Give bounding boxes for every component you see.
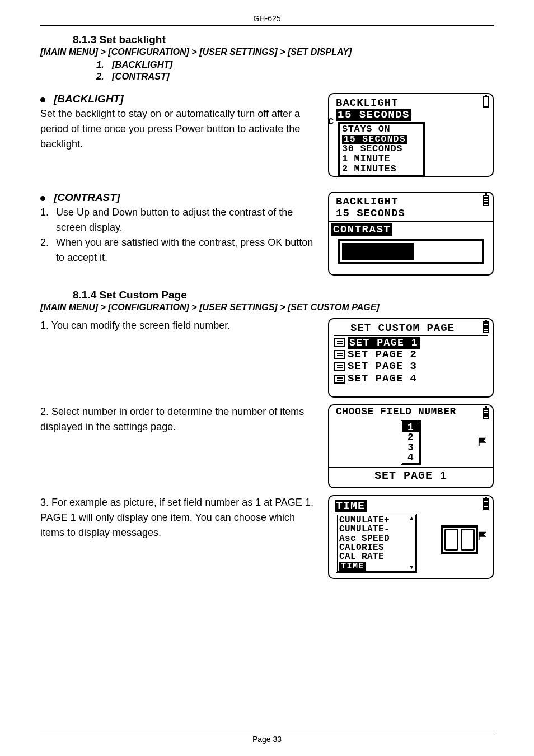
- menu-set-page-2[interactable]: SET PAGE 2: [334, 349, 488, 361]
- opt-cal-rate[interactable]: CAL RATE: [339, 552, 414, 561]
- list-item-backlight: 1.[BACKLIGHT]: [96, 59, 494, 70]
- opt-cumulate-plus[interactable]: CUMULATE+: [339, 516, 414, 525]
- step1-text: 1. You can modify the screen field numbe…: [40, 318, 313, 333]
- cursor-c: C: [328, 116, 334, 127]
- backlight-heading: [BACKLIGHT]: [54, 93, 313, 105]
- time-options-popup: ▲ ▼ CUMULATE+ CUMULATE- Asc SPEED CALORI…: [336, 514, 417, 573]
- backlight-current-value: 15 SECONDS: [336, 109, 411, 121]
- custom-page-menu-screen: SET CUSTOM PAGE SET PAGE 1 SET PAGE 2 SE…: [328, 318, 494, 398]
- choose-field-footer: SET PAGE 1: [329, 467, 493, 482]
- contrast-screen-title: BACKLIGHT: [334, 196, 488, 208]
- battery-icon: [483, 321, 489, 333]
- arrow-up-icon[interactable]: ▲: [410, 516, 414, 522]
- field-number-selector[interactable]: 1 2 3 4: [401, 420, 421, 465]
- contrast-step-2: When you are satisfied with the contrast…: [56, 235, 313, 265]
- opt-2-minutes[interactable]: 2 MINUTES: [342, 164, 421, 174]
- time-title: TIME: [335, 500, 367, 512]
- battery-icon: [483, 195, 489, 206]
- opt-15-seconds[interactable]: 15 SECONDS: [342, 135, 407, 144]
- page-header: GH-625: [40, 14, 494, 26]
- opt-1-minute[interactable]: 1 MINUTE: [342, 154, 421, 164]
- menu-title: SET CUSTOM PAGE: [334, 323, 488, 336]
- contrast-heading: [CONTRAST]: [54, 192, 313, 204]
- opt-time[interactable]: TIME: [339, 562, 414, 571]
- menu-set-page-3[interactable]: SET PAGE 3: [334, 361, 488, 373]
- page-footer: Page 33: [40, 732, 494, 744]
- step3-text: 3. For example as picture, if set field …: [40, 495, 313, 540]
- battery-icon: [483, 96, 489, 108]
- contrast-label: CONTRAST: [331, 223, 392, 236]
- opt-calories[interactable]: CALORIES: [339, 543, 414, 552]
- time-select-screen: TIME ▲ ▼ CUMULATE+ CUMULATE- Asc SPEED C…: [328, 495, 494, 579]
- section-8-1-4-title: 8.1.4 Set Custom Page: [73, 289, 494, 301]
- opt-30-seconds[interactable]: 30 SECONDS: [342, 144, 421, 154]
- contrast-screen: BACKLIGHT 15 SECONDS CONTRAST: [328, 192, 494, 276]
- opt-cumulate-minus[interactable]: CUMULATE-: [339, 525, 414, 534]
- backlight-screen: C BACKLIGHT 15 SECONDS STAYS ON 15 SECON…: [328, 93, 494, 177]
- arrow-down-icon[interactable]: ▼: [410, 564, 414, 571]
- contrast-step-1: Use Up and Down button to adjust the con…: [56, 205, 313, 235]
- contrast-step-2-num: 2.: [40, 235, 56, 265]
- opt-asc-speed[interactable]: Asc SPEED: [339, 534, 414, 543]
- page-icon: [334, 375, 345, 384]
- menu-set-page-1[interactable]: SET PAGE 1: [334, 337, 488, 349]
- breadcrumb-8-1-3: [MAIN MENU] > [CONFIGURATION] > [USER SE…: [40, 47, 494, 57]
- contrast-screen-sub: 15 SECONDS: [334, 208, 488, 220]
- step2-text: 2. Select number in order to determine t…: [40, 404, 313, 435]
- choose-field-number-screen: CHOOSE FIELD NUMBER 1 2 3 4 SET PAGE 1: [328, 404, 494, 488]
- battery-icon: [483, 408, 489, 419]
- contrast-step-1-num: 1.: [40, 205, 56, 235]
- list-item-contrast: 2.[CONTRAST]: [96, 71, 494, 82]
- flag-icon: [478, 531, 488, 541]
- page-icon: [334, 350, 345, 359]
- page-icon: [334, 362, 345, 371]
- display-preview-icon: [441, 525, 478, 554]
- breadcrumb-8-1-4: [MAIN MENU] > [CONFIGURATION] > [USER SE…: [40, 302, 494, 312]
- backlight-screen-title: BACKLIGHT: [334, 97, 488, 109]
- page-icon: [334, 338, 345, 347]
- battery-icon: [483, 498, 489, 510]
- backlight-options-popup: STAYS ON 15 SECONDS 30 SECONDS 1 MINUTE …: [338, 122, 425, 177]
- flag-icon: [478, 437, 488, 447]
- contrast-slider[interactable]: [338, 239, 484, 264]
- choose-field-title: CHOOSE FIELD NUMBER: [334, 407, 488, 418]
- backlight-body: Set the backlight to stay on or automati…: [40, 106, 313, 152]
- menu-set-page-4[interactable]: SET PAGE 4: [334, 373, 488, 385]
- section-8-1-3-title: 8.1.3 Set backlight: [73, 34, 494, 46]
- opt-stays-on[interactable]: STAYS ON: [342, 124, 421, 134]
